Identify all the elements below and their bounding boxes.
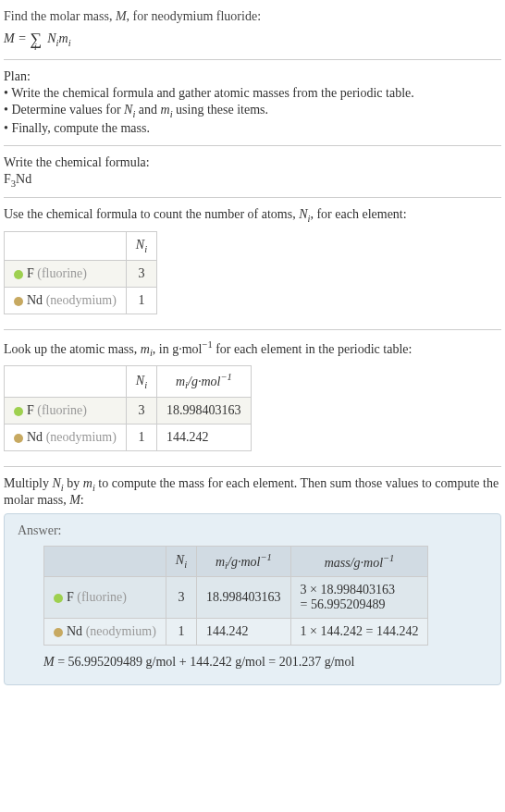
mass-title: Look up the atomic mass, mi, in g·mol−1 … — [4, 339, 501, 358]
table-header-mi: mi/g·mol−1 — [197, 546, 291, 576]
table-header-blank — [44, 546, 166, 576]
element-name: (fluorine) — [37, 403, 87, 417]
plan-section: Plan: • Write the chemical formula and g… — [4, 60, 501, 146]
element-symbol: Nd — [27, 430, 43, 444]
element-name: (fluorine) — [37, 266, 87, 280]
table-row: F (fluorine) 3 — [5, 260, 157, 287]
count-table: Ni F (fluorine) 3 Nd (neodymium) 1 — [4, 231, 157, 314]
element-symbol: Nd — [67, 624, 82, 638]
mass-line-2: = 56.995209489 — [301, 597, 386, 611]
table-row: Nd (neodymium) 1 144.242 — [5, 424, 252, 450]
table-row: F (fluorine) 3 18.998403163 — [5, 397, 252, 424]
ni-cell: 1 — [126, 424, 156, 450]
formula-section: Write the chemical formula: F3Nd — [4, 146, 501, 199]
compute-text: Multiply Ni by mi to compute the mass fo… — [4, 476, 501, 508]
element-cell: Nd (neodymium) — [5, 287, 127, 314]
plan-item: • Write the chemical formula and gather … — [4, 86, 501, 101]
table-row: Nd (neodymium) 1 — [5, 287, 157, 314]
plan-item-text: Write the chemical formula and gather at… — [11, 86, 414, 100]
table-header-mass: mass/g·mol−1 — [290, 546, 428, 576]
table-header-mi: mi/g·mol−1 — [157, 366, 252, 397]
answer-label: Answer: — [18, 523, 487, 538]
element-symbol: Nd — [27, 293, 43, 307]
table-header-blank — [5, 366, 127, 397]
answer-table: Ni mi/g·mol−1 mass/g·mol−1 F (fluorine) … — [43, 546, 428, 646]
element-symbol: F — [27, 266, 34, 280]
element-cell: Nd (neodymium) — [5, 424, 127, 450]
element-cell: F (fluorine) — [5, 260, 127, 287]
plan-item: • Determine values for Ni and mi using t… — [4, 103, 501, 119]
element-dot-icon — [14, 297, 23, 306]
element-name: (neodymium) — [86, 624, 156, 638]
compute-section: Multiply Ni by mi to compute the mass fo… — [4, 467, 501, 693]
ni-cell: 3 — [166, 577, 196, 619]
element-cell: Nd (neodymium) — [44, 619, 166, 646]
element-symbol: F — [27, 403, 34, 417]
element-dot-icon — [14, 434, 23, 443]
table-header-ni: Ni — [166, 546, 196, 576]
formula-title: Write the chemical formula: — [4, 155, 501, 170]
mass-line-1: 3 × 18.998403163 — [301, 583, 395, 597]
ni-cell: 3 — [126, 397, 156, 424]
intro-formula: M = ∑i Nimi — [4, 28, 501, 48]
mi-cell: 144.242 — [197, 619, 291, 646]
answer-result: M = 56.995209489 g/mol + 144.242 g/mol =… — [43, 655, 487, 670]
mi-cell: 18.998403163 — [197, 577, 291, 619]
intro-line-1: Find the molar mass, M, for neodymium fl… — [4, 9, 501, 24]
plan-title: Plan: — [4, 69, 501, 84]
element-name: (fluorine) — [77, 590, 127, 604]
plan-item-text: Finally, compute the mass. — [11, 121, 150, 135]
count-title: Use the chemical formula to count the nu… — [4, 207, 501, 224]
element-name: (neodymium) — [46, 430, 117, 444]
element-dot-icon — [14, 407, 23, 416]
answer-inner: Ni mi/g·mol−1 mass/g·mol−1 F (fluorine) … — [18, 546, 487, 670]
table-header-blank — [5, 232, 127, 261]
mi-cell: 18.998403163 — [157, 397, 252, 424]
element-dot-icon — [54, 628, 63, 637]
mass-cell: 3 × 18.998403163= 56.995209489 — [290, 577, 428, 619]
intro-section: Find the molar mass, M, for neodymium fl… — [4, 0, 501, 60]
ni-cell: 1 — [166, 619, 196, 646]
mass-section: Look up the atomic mass, mi, in g·mol−1 … — [4, 330, 501, 467]
element-dot-icon — [54, 594, 63, 603]
mass-table: Ni mi/g·mol−1 F (fluorine) 3 18.99840316… — [4, 365, 252, 450]
mass-cell: 1 × 144.242 = 144.242 — [290, 619, 428, 646]
answer-box: Answer: Ni mi/g·mol−1 mass/g·mol−1 F (fl… — [4, 513, 501, 685]
table-header-ni: Ni — [126, 232, 156, 261]
element-name: (neodymium) — [46, 293, 117, 307]
element-symbol: F — [67, 590, 74, 604]
element-cell: F (fluorine) — [44, 577, 166, 619]
ni-cell: 3 — [126, 260, 156, 287]
element-dot-icon — [14, 270, 23, 279]
table-header-ni: Ni — [126, 366, 156, 397]
element-cell: F (fluorine) — [5, 397, 127, 424]
count-section: Use the chemical formula to count the nu… — [4, 198, 501, 330]
plan-item: • Finally, compute the mass. — [4, 121, 501, 136]
table-row: Nd (neodymium) 1 144.242 1 × 144.242 = 1… — [44, 619, 428, 646]
mi-cell: 144.242 — [157, 424, 252, 450]
chemical-formula: F3Nd — [4, 172, 501, 189]
ni-cell: 1 — [126, 287, 156, 314]
table-row: F (fluorine) 3 18.998403163 3 × 18.99840… — [44, 577, 428, 619]
